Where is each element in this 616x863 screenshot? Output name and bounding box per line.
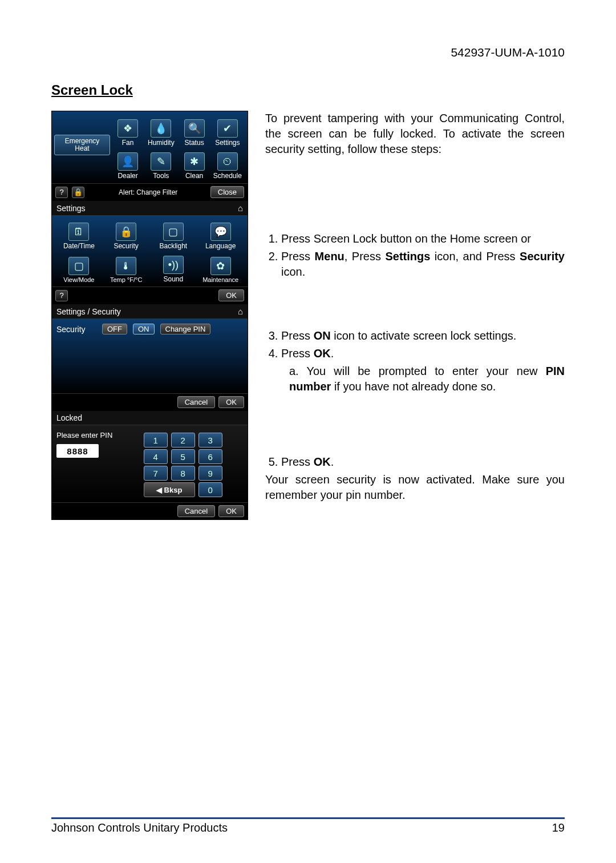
backlight-icon: ▢ [163,223,184,241]
humidity-button[interactable]: 💧Humidity [145,119,177,147]
locked-title: Locked [56,413,82,422]
security-label: Security [56,325,96,334]
status-button[interactable]: 🔍Status [179,119,210,147]
datetime-button[interactable]: 🗓Date/Time [56,223,101,250]
on-button[interactable]: ON [133,324,155,334]
key-bksp[interactable]: ◀ Bksp [144,482,195,497]
settings-title: Settings [56,204,86,213]
step-2: Press Menu, Press Settings icon, and Pre… [281,249,565,280]
step-4: Press OK. [281,346,565,361]
ok-button[interactable]: OK [218,396,244,408]
alert-text: Alert: Change Filter [86,188,210,196]
page-number: 19 [552,821,565,834]
close-button[interactable]: Close [210,186,244,198]
schedule-icon: ⏲ [217,152,238,171]
section-title: Screen Lock [51,82,565,98]
viewmode-button[interactable]: ▢View/Mode [56,256,101,283]
key-1[interactable]: 1 [144,433,168,447]
humidity-icon: 💧 [151,119,171,138]
clean-button[interactable]: ✱Clean [179,152,210,180]
closing-text: Your screen security is now activated. M… [265,472,565,503]
ok-button[interactable]: OK [218,505,244,517]
key-3[interactable]: 3 [198,433,222,447]
step-3: Press ON icon to activate screen lock se… [281,328,565,344]
dealer-icon: 👤 [117,152,138,171]
help-icon[interactable]: ? [55,290,68,301]
pin-prompt: Please enter PIN [56,431,112,439]
status-icon: 🔍 [184,119,205,138]
screen-locked: Locked Please enter PIN 8888 1 2 3 [51,411,248,520]
language-button[interactable]: 💬Language [198,223,243,250]
schedule-button[interactable]: ⏲Schedule [212,152,244,180]
ok-button[interactable]: OK [218,289,244,301]
screenshots-column: Emergency Heat ❖Fan 💧Humidity 🔍Status ✔S… [51,111,248,520]
home-icon[interactable]: ⌂ [238,307,243,316]
security-button[interactable]: 🔒Security [104,223,148,250]
calendar-icon: 🗓 [68,223,89,241]
key-2[interactable]: 2 [171,433,195,447]
intro-text: To prevent tampering with your Communica… [265,111,565,157]
fan-button[interactable]: ❖Fan [112,119,144,147]
key-7[interactable]: 7 [144,466,168,481]
page-footer: Johnson Controls Unitary Products 19 [51,817,565,834]
sound-button[interactable]: •))Sound [151,256,196,283]
security-breadcrumb: Settings / Security [56,307,121,316]
help-icon[interactable]: ? [55,187,68,198]
cancel-button[interactable]: Cancel [177,396,215,408]
thermometer-icon: 🌡 [116,257,136,275]
screen-home: Emergency Heat ❖Fan 💧Humidity 🔍Status ✔S… [51,111,248,201]
cancel-button[interactable]: Cancel [177,505,215,517]
tempunit-button[interactable]: 🌡Temp °F/°C [104,256,148,283]
change-pin-button[interactable]: Change PIN [160,324,211,334]
lock-icon[interactable]: 🔒 [72,187,84,198]
language-icon: 💬 [210,223,231,241]
backlight-button[interactable]: ▢Backlight [151,223,196,250]
footer-left: Johnson Controls Unitary Products [51,821,228,834]
key-5[interactable]: 5 [171,449,195,464]
viewmode-icon: ▢ [68,257,89,275]
key-9[interactable]: 9 [198,466,222,481]
clean-icon: ✱ [184,152,205,171]
screen-settings: Settings ⌂ 🗓Date/Time 🔒Security ▢Backlig… [51,201,248,304]
home-icon[interactable]: ⌂ [238,203,243,213]
settings-icon: ✔ [217,119,238,138]
tools-button[interactable]: ✎Tools [145,152,177,180]
maintenance-button[interactable]: ✿Maintenance [198,256,243,283]
settings-button[interactable]: ✔Settings [212,119,244,147]
sound-icon: •)) [163,256,184,274]
padlock-icon: 🔒 [116,223,136,241]
instructions-column: To prevent tampering with your Communica… [265,111,565,506]
key-4[interactable]: 4 [144,449,168,464]
tools-icon: ✎ [151,152,171,171]
key-6[interactable]: 6 [198,449,222,464]
screen-security: Settings / Security ⌂ Security OFF ON Ch… [51,304,248,411]
key-0[interactable]: 0 [198,482,222,497]
step-1: Press Screen Lock button on the Home scr… [281,231,565,247]
off-button[interactable]: OFF [102,324,127,334]
gear-icon: ✿ [210,257,231,275]
step-5: Press OK. [281,454,565,470]
fan-icon: ❖ [117,119,138,138]
dealer-button[interactable]: 👤Dealer [112,152,144,180]
step-4a: a. You will be prompted to enter your ne… [265,364,565,394]
emergency-heat-button[interactable]: Emergency Heat [54,135,110,155]
pin-display: 8888 [56,444,99,458]
key-8[interactable]: 8 [171,466,195,481]
doc-id: 542937-UUM-A-1010 [51,46,565,59]
emergency-heat-label: Emergency Heat [65,137,100,152]
